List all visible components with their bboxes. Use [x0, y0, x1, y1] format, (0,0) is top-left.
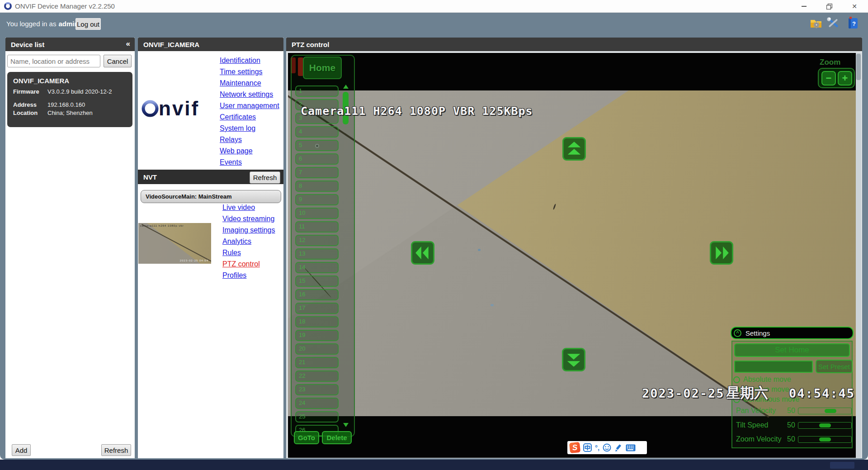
link-live-video[interactable]: Live video: [222, 204, 255, 211]
set-preset-button[interactable]: Set Preset: [816, 360, 853, 373]
manage-settings-icon[interactable]: [809, 16, 823, 30]
link-network-settings[interactable]: Network settings: [220, 90, 273, 98]
absolute-move-option[interactable]: Absolute move: [733, 375, 791, 384]
settings-header[interactable]: ^ Settings: [731, 327, 854, 339]
preset-row[interactable]: 18: [295, 316, 339, 328]
pan-velocity-slider[interactable]: [798, 408, 852, 414]
preset-row[interactable]: 23: [295, 384, 339, 395]
link-certificates[interactable]: Certificates: [220, 113, 256, 121]
preset-number: 7: [299, 169, 302, 176]
restore-button[interactable]: [819, 0, 839, 13]
tilt-speed-slider[interactable]: [798, 422, 852, 429]
preset-row[interactable]: 6: [295, 153, 339, 165]
preset-scroll-down-icon[interactable]: [343, 423, 349, 427]
link-ptz-control[interactable]: PTZ control: [222, 260, 260, 268]
zoom-in-button[interactable]: +: [838, 71, 852, 85]
video-scrollbar-thumb[interactable]: [856, 54, 861, 80]
settings-title: Settings: [745, 329, 770, 337]
pen-icon[interactable]: [614, 444, 623, 452]
pan-up-button[interactable]: [562, 137, 586, 161]
link-video-streaming[interactable]: Video streaming: [222, 215, 274, 223]
preset-number: 12: [299, 237, 305, 243]
preset-row[interactable]: 25: [295, 411, 339, 423]
link-time-settings[interactable]: Time settings: [220, 68, 263, 76]
punctuation-icon[interactable]: °,: [595, 444, 599, 451]
taskbar-item[interactable]: [830, 462, 854, 469]
link-maintenance[interactable]: Maintenance: [220, 79, 261, 87]
video-view[interactable]: Camera111 H264 1080P VBR 125KBps Home 12…: [288, 53, 856, 458]
settings-collapse-icon[interactable]: ^: [734, 329, 741, 337]
emoji-icon[interactable]: [603, 443, 611, 452]
link-profiles[interactable]: Profiles: [222, 271, 246, 279]
link-analytics[interactable]: Analytics: [222, 237, 251, 245]
video-scrollbar[interactable]: [856, 53, 861, 458]
link-system-log[interactable]: System log: [220, 124, 255, 132]
add-device-button[interactable]: Add: [12, 444, 31, 456]
onvif-app-logo-icon: [4, 2, 12, 10]
chinese-mode-icon[interactable]: [583, 443, 592, 452]
pan-velocity-label: Pan Velocity: [736, 407, 776, 415]
preset-row[interactable]: 9: [295, 194, 339, 205]
help-icon[interactable]: ?: [846, 16, 860, 30]
search-input[interactable]: [7, 55, 100, 67]
preset-row[interactable]: 4: [295, 126, 339, 138]
osd-weekday: 星期六: [726, 384, 768, 403]
pan-right-button[interactable]: [710, 241, 733, 265]
video-thumbnail[interactable]: camera111 h264 1080p vbr 2023-02-25 04:5…: [138, 223, 211, 264]
delete-preset-button[interactable]: Delete: [322, 431, 352, 444]
link-relays[interactable]: Relays: [220, 136, 242, 143]
preset-row[interactable]: 22: [295, 370, 339, 382]
preset-number: 21: [299, 359, 305, 366]
cancel-button[interactable]: Cancel: [104, 55, 132, 67]
link-events[interactable]: Events: [220, 158, 242, 166]
preset-row[interactable]: 13: [295, 248, 339, 260]
device-name: ONVIF_ICAMERA: [13, 77, 127, 85]
nvt-refresh-button[interactable]: Refresh: [250, 171, 280, 184]
collapse-panel-icon[interactable]: «: [126, 39, 130, 48]
keyboard-icon[interactable]: [626, 444, 636, 451]
pan-down-button[interactable]: [562, 348, 585, 371]
zoom-velocity-slider[interactable]: [798, 436, 852, 443]
osd-stream-info: Camera111 H264 1080P VBR 125KBps: [301, 104, 533, 118]
preset-row[interactable]: 19: [295, 330, 339, 341]
zoom-out-button[interactable]: −: [821, 71, 836, 85]
device-firmware-row: FirmwareV3.0.2.9 build 2020-12-2: [13, 88, 127, 95]
pan-velocity-thumb[interactable]: [825, 409, 836, 413]
link-rules[interactable]: Rules: [222, 249, 241, 256]
tilt-speed-thumb[interactable]: [819, 423, 831, 427]
preset-row[interactable]: 14: [295, 262, 339, 273]
preset-row[interactable]: 12: [295, 235, 339, 246]
preset-name-input[interactable]: [734, 361, 813, 373]
device-card[interactable]: ONVIF_ICAMERA FirmwareV3.0.2.9 build 202…: [7, 72, 132, 127]
preset-row[interactable]: 8: [295, 180, 339, 192]
close-button[interactable]: ✕: [844, 0, 864, 13]
preset-row[interactable]: 24: [295, 398, 339, 409]
link-user-management[interactable]: User management: [220, 102, 279, 109]
preset-row[interactable]: 20: [295, 343, 339, 355]
help-book-icon: ?: [848, 17, 859, 29]
preset-row[interactable]: 5: [295, 140, 339, 151]
tools-icon[interactable]: [826, 16, 840, 30]
zoom-velocity-thumb[interactable]: [819, 437, 831, 442]
minimize-button[interactable]: [794, 0, 814, 13]
preset-row[interactable]: 7: [295, 167, 339, 178]
preset-row[interactable]: 17: [295, 303, 339, 314]
preset-row[interactable]: 1: [295, 85, 339, 97]
preset-row[interactable]: 11: [295, 221, 339, 233]
link-imaging-settings[interactable]: Imaging settings: [222, 226, 275, 234]
thumbnail-osd-top: camera111 h264 1080p vbr: [140, 224, 184, 227]
preset-scroll-up-icon[interactable]: [343, 85, 349, 89]
goto-preset-button[interactable]: GoTo: [294, 431, 319, 444]
pan-left-button[interactable]: [411, 241, 434, 265]
preset-row[interactable]: 10: [295, 208, 339, 219]
preset-row[interactable]: 15: [295, 275, 339, 287]
preset-row[interactable]: 16: [295, 289, 339, 300]
link-web-page[interactable]: Web page: [220, 147, 253, 155]
logout-button[interactable]: Log out: [75, 18, 101, 30]
preset-row[interactable]: 21: [295, 357, 339, 368]
video-source-selector[interactable]: VideoSourceMain: MainStream: [141, 190, 281, 203]
refresh-devices-button[interactable]: Refresh: [101, 444, 131, 456]
sogou-logo[interactable]: S: [569, 442, 580, 453]
set-home-button[interactable]: Set Home: [734, 343, 850, 357]
link-identification[interactable]: Identification: [220, 57, 260, 64]
